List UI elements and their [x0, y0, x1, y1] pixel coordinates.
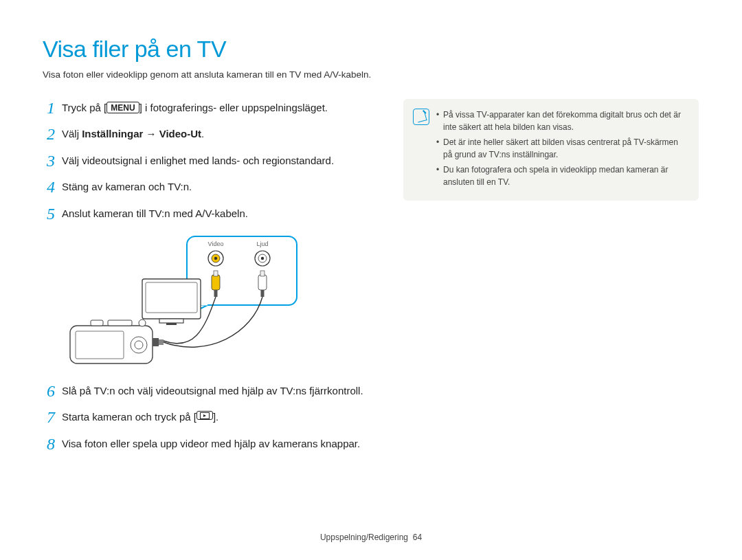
page-title: Visa filer på en TV: [43, 36, 699, 63]
step-2: 2 Välj Inställningar → Video-Ut.: [43, 125, 366, 143]
page-footer: Uppspelning/Redigering 64: [0, 533, 742, 542]
page-subtitle: Visa foton eller videoklipp genom att an…: [43, 69, 699, 80]
step-7: 7 Starta kameran och tryck på [].: [43, 408, 366, 426]
label-audio: Ljud: [256, 240, 268, 247]
menu-button-label: MENU: [106, 102, 139, 113]
svg-point-6: [261, 257, 264, 260]
step-text: Stäng av kameran och TV:n.: [62, 178, 192, 196]
step-text: Starta kameran och tryck på [].: [62, 408, 218, 426]
step-list-continued: 6 Slå på TV:n och välj videoutsignal med…: [43, 382, 366, 453]
right-column: På vissa TV-apparater kan det förekomma …: [403, 99, 699, 461]
two-column-layout: 1 Tryck på [MENU] i fotograferings- elle…: [43, 99, 699, 461]
step-number: 7: [43, 408, 55, 426]
footer-section: Uppspelning/Redigering: [320, 533, 408, 542]
svg-rect-11: [260, 271, 265, 276]
note-item: Du kan fotografera och spela in videokli…: [436, 164, 688, 188]
step-text: Slå på TV:n och välj videoutsignal med h…: [62, 382, 363, 400]
text-fragment: .: [201, 128, 204, 139]
note-item: På vissa TV-apparater kan det förekomma …: [436, 109, 688, 133]
step-number: 5: [43, 205, 55, 223]
step-text: Tryck på [MENU] i fotograferings- eller …: [62, 99, 328, 117]
note-item: Det är inte heller säkert att bilden vis…: [436, 136, 688, 161]
step-number: 2: [43, 125, 55, 143]
text-fragment: Välj: [62, 128, 82, 139]
playback-icon: [196, 411, 213, 420]
step-list: 1 Tryck på [MENU] i fotograferings- elle…: [43, 99, 366, 223]
step-number: 3: [43, 152, 55, 170]
text-fragment: Tryck på [: [62, 102, 106, 113]
left-column: 1 Tryck på [MENU] i fotograferings- elle…: [43, 99, 366, 461]
svg-rect-7: [212, 275, 220, 290]
text-fragment: ].: [213, 411, 218, 423]
svg-rect-24: [153, 338, 159, 346]
step-3: 3 Välj videoutsignal i enlighet med land…: [43, 152, 366, 170]
svg-rect-21: [91, 320, 103, 326]
step-text: Välj Inställningar → Video-Ut.: [62, 125, 204, 143]
svg-rect-12: [261, 290, 265, 297]
step-number: 4: [43, 178, 55, 196]
svg-rect-9: [214, 290, 218, 297]
svg-rect-15: [159, 319, 183, 323]
label-video: Video: [208, 240, 224, 247]
step-number: 6: [43, 382, 55, 400]
connection-diagram: Video Ljud: [63, 231, 366, 371]
svg-rect-16: [166, 323, 177, 325]
svg-rect-10: [258, 275, 267, 290]
step-number: 8: [43, 435, 55, 453]
step-6: 6 Slå på TV:n och välj videoutsignal med…: [43, 382, 366, 400]
svg-point-3: [214, 257, 217, 260]
svg-rect-25: [159, 339, 164, 345]
svg-rect-0: [187, 236, 297, 305]
step-4: 4 Stäng av kameran och TV:n.: [43, 178, 366, 196]
note-list: På vissa TV-apparater kan det förekomma …: [436, 109, 688, 191]
footer-page-number: 64: [413, 533, 422, 542]
step-1: 1 Tryck på [MENU] i fotograferings- elle…: [43, 99, 366, 117]
text-fragment: Starta kameran och tryck på [: [62, 411, 196, 423]
note-icon: [413, 109, 429, 125]
svg-point-23: [139, 320, 146, 326]
text-bold: Inställningar → Video-Ut: [82, 128, 201, 139]
step-8: 8 Visa foton eller spela upp videor med …: [43, 435, 366, 453]
step-number: 1: [43, 99, 55, 117]
step-text: Välj videoutsignal i enlighet med lands-…: [62, 152, 334, 170]
step-text: Anslut kameran till TV:n med A/V-kabeln.: [62, 205, 248, 223]
text-fragment: ] i fotograferings- eller uppspelningslä…: [139, 102, 328, 113]
svg-rect-8: [214, 271, 218, 276]
step-text: Visa foton eller spela upp videor med hj…: [62, 435, 360, 453]
svg-rect-22: [108, 320, 132, 326]
step-5: 5 Anslut kameran till TV:n med A/V-kabel…: [43, 205, 366, 223]
note-box: På vissa TV-apparater kan det förekomma …: [403, 99, 699, 201]
